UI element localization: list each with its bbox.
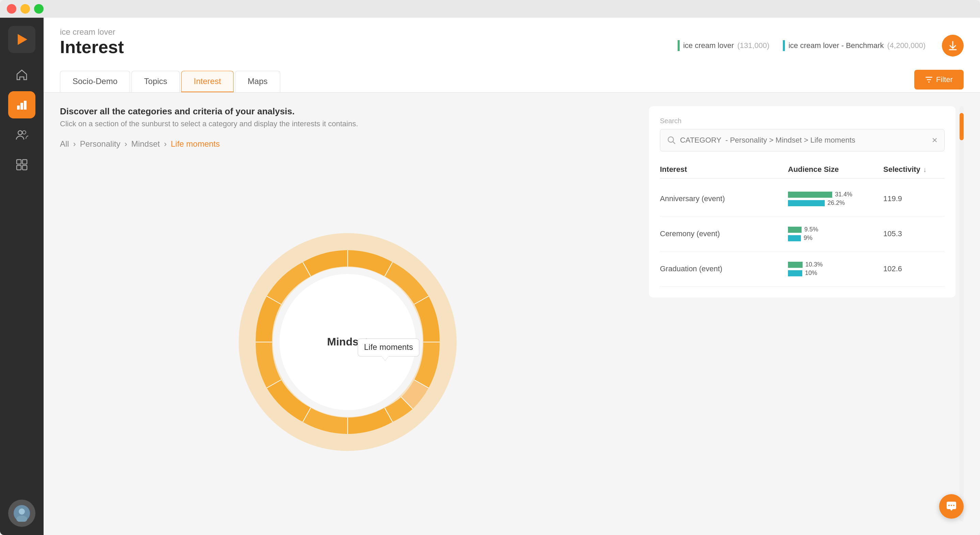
app-body: ice cream lover Interest ice cream lover… <box>0 18 980 535</box>
col-header-interest: Interest <box>660 165 788 174</box>
table-header: Interest Audience Size Selectivity ↓ <box>660 161 945 179</box>
download-icon <box>947 40 958 51</box>
svg-point-35 <box>951 505 952 506</box>
bar-label-1-2: 26.2% <box>827 199 845 206</box>
bar-teal-2 <box>788 235 801 241</box>
svg-rect-1 <box>17 105 20 110</box>
svg-rect-3 <box>24 101 27 110</box>
header: ice cream lover Interest ice cream lover… <box>44 18 980 92</box>
svg-point-36 <box>953 505 955 506</box>
filter-label: Filter <box>936 75 953 84</box>
main-content: ice cream lover Interest ice cream lover… <box>44 18 980 535</box>
chat-button[interactable] <box>939 494 964 519</box>
svg-rect-9 <box>22 165 27 170</box>
bar-wrapper-1-1: 31.4% <box>788 191 883 198</box>
svg-rect-8 <box>17 165 21 170</box>
search-icon <box>667 136 676 144</box>
avatar[interactable] <box>8 500 35 527</box>
row-2-interest: Ceremony (event) <box>660 229 788 238</box>
sidebar-item-analytics[interactable] <box>8 91 35 118</box>
breadcrumb-mindset[interactable]: Mindset <box>131 139 160 149</box>
legend-label-2: ice cream lover - Benchmark <box>788 41 884 50</box>
sidebar-item-users[interactable] <box>8 121 35 148</box>
sidebar-item-home[interactable] <box>8 61 35 89</box>
breadcrumb-all[interactable]: All <box>60 139 69 149</box>
sidebar-item-layout[interactable] <box>8 151 35 178</box>
audience-bars-2: 9.5% 9% <box>788 226 883 241</box>
breadcrumb-personality[interactable]: Personality <box>80 139 121 149</box>
legend-item-2: ice cream lover - Benchmark (4,200,000) <box>783 40 926 51</box>
avatar-icon <box>13 505 30 522</box>
bar-label-3-2: 10% <box>805 270 817 277</box>
breadcrumb: ice cream lover <box>60 27 124 37</box>
sidebar-logo[interactable] <box>8 26 35 53</box>
filter-button[interactable]: Filter <box>914 70 964 89</box>
bar-teal-1 <box>788 200 825 206</box>
scrollbar[interactable] <box>958 106 964 521</box>
svg-point-34 <box>948 505 950 506</box>
bar-teal-3 <box>788 270 802 276</box>
description-subtext: Click on a section of the sunburst to se… <box>60 119 635 128</box>
bar-wrapper-3-1: 10.3% <box>788 261 883 268</box>
selectivity-val-2: 105.3 <box>883 229 902 238</box>
breadcrumb-life-moments[interactable]: Life moments <box>170 139 220 149</box>
breadcrumb-arrow-3: › <box>164 139 167 149</box>
tab-maps[interactable]: Maps <box>235 71 280 92</box>
row-3-interest: Graduation (event) <box>660 264 788 273</box>
users-icon <box>15 128 29 141</box>
header-left: ice cream lover Interest <box>60 27 124 64</box>
search-bar[interactable]: × <box>660 129 945 151</box>
left-panel: Discover all the categories and criteria… <box>60 106 635 521</box>
bar-green-2 <box>788 227 802 233</box>
bar-label-2-2: 9% <box>803 235 813 241</box>
bar-label-3-1: 10.3% <box>805 261 822 268</box>
chat-icon <box>945 500 958 513</box>
svg-rect-2 <box>21 103 23 110</box>
bar-wrapper-3-2: 10% <box>788 270 883 277</box>
page-title: Interest <box>60 37 124 57</box>
content-area: Discover all the categories and criteria… <box>44 92 980 535</box>
legend-count-1: (131,000) <box>737 41 769 50</box>
layout-icon <box>15 158 29 171</box>
svg-point-4 <box>18 131 22 135</box>
legend: ice cream lover (131,000) ice cream love… <box>678 40 926 51</box>
table-row: Anniversary (event) 31.4% 26. <box>660 181 945 216</box>
col-header-selectivity[interactable]: Selectivity ↓ <box>883 165 945 174</box>
sunburst-chart[interactable]: Mindset Life moments <box>60 162 635 521</box>
scrollbar-track <box>959 106 964 521</box>
breadcrumb-arrow-1: › <box>73 139 76 149</box>
row-2-selectivity: 105.3 <box>883 229 945 238</box>
search-input[interactable] <box>680 136 928 144</box>
legend-label-1: ice cream lover <box>683 41 734 50</box>
play-icon <box>14 32 29 47</box>
audience-bars-1: 31.4% 26.2% <box>788 191 883 206</box>
search-label: Search <box>660 117 945 125</box>
legend-count-2: (4,200,000) <box>887 41 926 50</box>
search-clear-button[interactable]: × <box>932 135 937 146</box>
selectivity-val-1: 119.9 <box>883 194 902 203</box>
close-button[interactable] <box>7 4 16 14</box>
tab-interest[interactable]: Interest <box>181 71 234 92</box>
download-button[interactable] <box>942 35 964 57</box>
titlebar <box>0 0 980 18</box>
tabs: Socio-Demo Topics Interest Maps <box>60 71 280 92</box>
row-1-selectivity: 119.9 <box>883 194 945 203</box>
maximize-button[interactable] <box>34 4 44 14</box>
tab-socio-demo[interactable]: Socio-Demo <box>60 71 130 92</box>
svg-text:Life moments: Life moments <box>364 342 413 352</box>
svg-point-5 <box>22 131 26 134</box>
bar-green-1 <box>788 192 832 198</box>
row-2-audience: 9.5% 9% <box>788 226 883 241</box>
svg-marker-0 <box>18 34 27 45</box>
svg-rect-7 <box>22 160 27 164</box>
row-1-audience: 31.4% 26.2% <box>788 191 883 206</box>
table-row: Ceremony (event) 9.5% 9% <box>660 216 945 251</box>
table-row: Graduation (event) 10.3% 10% <box>660 251 945 287</box>
minimize-button[interactable] <box>21 4 30 14</box>
results-table: Interest Audience Size Selectivity ↓ Ann… <box>660 161 945 287</box>
filter-icon <box>925 76 933 83</box>
scrollbar-thumb[interactable] <box>959 113 964 140</box>
tabs-row: Socio-Demo Topics Interest Maps Filter <box>60 68 964 92</box>
tab-topics[interactable]: Topics <box>131 71 180 92</box>
description-heading: Discover all the categories and criteria… <box>60 106 635 117</box>
